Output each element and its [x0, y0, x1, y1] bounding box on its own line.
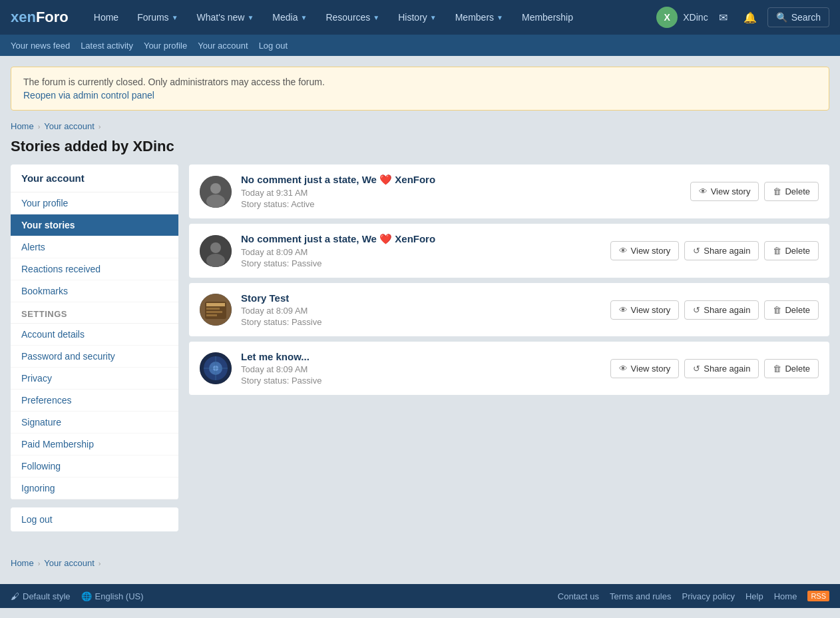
- home-link[interactable]: Home: [774, 591, 797, 601]
- breadcrumb-home[interactable]: Home: [11, 121, 34, 131]
- messages-icon[interactable]: ✉: [714, 9, 733, 27]
- story-heart-1: ❤️: [379, 174, 395, 185]
- footer-breadcrumb-sep: ›: [38, 559, 41, 567]
- sub-navigation: Your news feed Latest activity Your prof…: [0, 35, 840, 56]
- delete-button-3[interactable]: 🗑 Delete: [764, 300, 819, 320]
- account-sidebar-section: Your account Your profile Your stories A…: [11, 164, 178, 499]
- terms-link[interactable]: Terms and rules: [610, 591, 671, 601]
- sidebar-item-password-security[interactable]: Password and security: [11, 346, 178, 368]
- breadcrumb-your-account[interactable]: Your account: [44, 121, 94, 131]
- story-card-2: No comment just a state, We ❤️ XenForo T…: [189, 224, 829, 278]
- sidebar-item-paid-membership[interactable]: Paid Membership: [11, 434, 178, 456]
- nav-media[interactable]: Media ▼: [263, 0, 316, 35]
- trash-icon-2: 🗑: [773, 246, 781, 256]
- footer-breadcrumb-home[interactable]: Home: [11, 558, 34, 568]
- view-story-button-4[interactable]: 👁 View story: [610, 359, 680, 378]
- nav-members[interactable]: Members ▼: [446, 0, 513, 35]
- breadcrumb-sep-1: ›: [38, 123, 41, 131]
- contact-us-link[interactable]: Contact us: [558, 591, 599, 601]
- footer-breadcrumb: Home › Your account ›: [0, 550, 840, 579]
- user-avatar-button[interactable]: X: [656, 7, 678, 28]
- help-link[interactable]: Help: [745, 591, 763, 601]
- username-button[interactable]: XDinc: [683, 12, 708, 23]
- logo[interactable]: xenForo: [11, 9, 69, 26]
- sidebar-item-account-details[interactable]: Account details: [11, 324, 178, 346]
- story-time-4: Today at 8:09 AM: [241, 364, 601, 374]
- sidebar-item-signature[interactable]: Signature: [11, 412, 178, 434]
- share-icon-3: ↺: [693, 305, 700, 315]
- logo-xen: xen: [11, 9, 36, 25]
- sidebar-item-ignoring[interactable]: Ignoring: [11, 477, 178, 499]
- story-avatar-3: [200, 294, 232, 326]
- nav-items: Home Forums ▼ What's new ▼ Media ▼ Resou…: [85, 0, 656, 35]
- whats-new-chevron-icon: ▼: [247, 14, 254, 21]
- media-chevron-icon: ▼: [301, 14, 308, 21]
- nav-home[interactable]: Home: [85, 0, 128, 35]
- nav-history[interactable]: History ▼: [389, 0, 445, 35]
- story-card-1: No comment just a state, We ❤️ XenForo T…: [189, 164, 829, 218]
- palette-icon: 🖌: [11, 591, 19, 601]
- sidebar-item-reactions[interactable]: Reactions received: [11, 258, 178, 280]
- sidebar-item-alerts[interactable]: Alerts: [11, 236, 178, 258]
- sidebar-item-preferences[interactable]: Preferences: [11, 390, 178, 412]
- sidebar-account-heading: Your account: [11, 164, 178, 192]
- view-story-button-3[interactable]: 👁 View story: [610, 300, 680, 320]
- breadcrumb-sep-2: ›: [99, 123, 101, 131]
- search-button[interactable]: 🔍 Search: [767, 7, 829, 27]
- reopen-admin-link[interactable]: Reopen via admin control panel: [23, 90, 154, 101]
- sidebar-logout-button[interactable]: Log out: [11, 507, 178, 531]
- logo-foro: Foro: [36, 9, 69, 25]
- default-style-link[interactable]: 🖌 Default style: [11, 591, 71, 601]
- story-actions-3: 👁 View story ↺ Share again 🗑 Delete: [610, 300, 819, 320]
- breadcrumb: Home › Your account ›: [0, 121, 840, 135]
- story-status-1: Story status: Active: [241, 199, 681, 209]
- sidebar-item-privacy[interactable]: Privacy: [11, 368, 178, 390]
- svg-point-1: [210, 183, 221, 194]
- story-actions-1: 👁 View story 🗑 Delete: [690, 182, 819, 201]
- nav-resources[interactable]: Resources ▼: [316, 0, 389, 35]
- page-title: Stories added by XDinc: [0, 135, 840, 164]
- subnav-your-profile[interactable]: Your profile: [144, 41, 187, 51]
- delete-button-2[interactable]: 🗑 Delete: [764, 241, 819, 260]
- history-chevron-icon: ▼: [430, 14, 437, 21]
- notice-text: The forum is currently closed. Only admi…: [23, 77, 817, 87]
- view-story-button-2[interactable]: 👁 View story: [610, 241, 680, 260]
- footer-breadcrumb-account[interactable]: Your account: [44, 558, 94, 568]
- delete-button-4[interactable]: 🗑 Delete: [764, 359, 819, 378]
- delete-button-1[interactable]: 🗑 Delete: [764, 182, 819, 201]
- privacy-policy-link[interactable]: Privacy policy: [682, 591, 734, 601]
- rss-icon[interactable]: RSS: [807, 591, 829, 601]
- svg-rect-8: [206, 303, 225, 306]
- story-status-3: Story status: Passive: [241, 317, 601, 327]
- nav-right: X XDinc ✉ 🔔 🔍 Search: [656, 7, 829, 28]
- nav-whats-new[interactable]: What's new ▼: [188, 0, 264, 35]
- subnav-news-feed[interactable]: Your news feed: [11, 41, 70, 51]
- sidebar-item-bookmarks[interactable]: Bookmarks: [11, 280, 178, 302]
- story-info-3: Story Test Today at 8:09 AM Story status…: [241, 292, 601, 327]
- subnav-latest-activity[interactable]: Latest activity: [81, 41, 133, 51]
- share-again-button-3[interactable]: ↺ Share again: [684, 300, 759, 320]
- story-card-4: Let me know... Today at 8:09 AM Story st…: [189, 342, 829, 395]
- bottom-bar: 🖌 Default style 🌐 English (US) Contact u…: [0, 584, 840, 608]
- story-title-2: No comment just a state, We ❤️ XenForo: [241, 233, 601, 245]
- top-navigation: xenForo Home Forums ▼ What's new ▼ Media…: [0, 0, 840, 35]
- svg-point-4: [210, 242, 221, 253]
- sidebar-item-your-profile[interactable]: Your profile: [11, 192, 178, 214]
- svg-point-5: [206, 254, 225, 267]
- svg-rect-9: [206, 308, 220, 310]
- share-again-button-4[interactable]: ↺ Share again: [684, 359, 759, 378]
- share-again-button-2[interactable]: ↺ Share again: [684, 241, 759, 260]
- bottom-left: 🖌 Default style 🌐 English (US): [11, 591, 144, 601]
- nav-forums[interactable]: Forums ▼: [128, 0, 187, 35]
- eye-icon-3: 👁: [619, 305, 628, 315]
- forums-chevron-icon: ▼: [172, 14, 178, 21]
- sidebar-item-following[interactable]: Following: [11, 456, 178, 477]
- subnav-your-account[interactable]: Your account: [198, 41, 248, 51]
- language-link[interactable]: 🌐 English (US): [81, 591, 144, 601]
- view-story-button-1[interactable]: 👁 View story: [690, 182, 759, 201]
- bottom-right: Contact us Terms and rules Privacy polic…: [558, 591, 829, 601]
- alerts-icon[interactable]: 🔔: [738, 9, 762, 27]
- subnav-log-out[interactable]: Log out: [259, 41, 288, 51]
- sidebar-item-your-stories[interactable]: Your stories: [11, 214, 178, 236]
- nav-membership[interactable]: Membership: [513, 0, 582, 35]
